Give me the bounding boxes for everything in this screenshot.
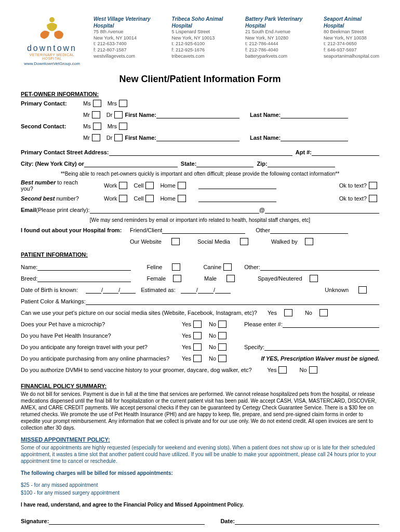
location-city: New York, NY 10014	[94, 35, 158, 42]
work-label: Work	[104, 182, 117, 189]
spayed-checkbox[interactable]	[310, 275, 318, 282]
ins-no-checkbox[interactable]	[218, 332, 226, 339]
location-addr: 5 Lispenard Street	[171, 29, 232, 35]
unknown-checkbox[interactable]	[358, 286, 367, 294]
dr-checkbox[interactable]	[114, 111, 123, 118]
est-yy[interactable]	[215, 286, 231, 294]
dob-dd[interactable]	[103, 286, 118, 294]
apt-input[interactable]	[312, 149, 379, 156]
social-no-checkbox[interactable]	[319, 309, 328, 316]
home-label-2: Home	[160, 195, 175, 202]
social-checkbox[interactable]	[240, 238, 248, 245]
pet-name-input[interactable]	[37, 263, 131, 271]
ins-yes-checkbox[interactable]	[193, 332, 202, 339]
website-checkbox[interactable]	[171, 238, 180, 245]
feline-checkbox[interactable]	[172, 263, 180, 271]
chip-number-input[interactable]	[283, 321, 379, 328]
oktext-checkbox[interactable]	[369, 182, 377, 189]
dob-yy[interactable]	[120, 286, 136, 294]
state-input[interactable]	[196, 160, 254, 167]
svg-point-0	[49, 17, 55, 22]
no-label: No	[209, 321, 216, 327]
canine-label: Canine	[203, 264, 221, 270]
cell-label-2: Cell	[134, 195, 143, 202]
oktext-checkbox-2[interactable]	[369, 195, 377, 202]
location-addr: 21 South End Avenue	[245, 29, 311, 35]
location-fax: f: 212-786-4040	[245, 47, 311, 54]
dob-mm[interactable]	[86, 286, 101, 294]
mrs-label: Mrs	[108, 100, 117, 107]
email-local-input[interactable]	[90, 206, 259, 214]
ins-q-label: Do you have Pet Health Insurance?	[21, 332, 182, 339]
female-checkbox[interactable]	[173, 275, 181, 282]
cell-checkbox[interactable]	[145, 182, 154, 189]
travel-yes-checkbox[interactable]	[193, 343, 202, 351]
ms-checkbox-2[interactable]	[93, 123, 101, 130]
location-site: tribecavets.com	[171, 54, 232, 60]
signature-label: Signature:	[21, 518, 49, 524]
location-name: Seaport Animal Hospital	[324, 16, 379, 29]
dr-checkbox-2[interactable]	[114, 134, 123, 141]
no-label: No	[299, 367, 306, 373]
mrs-checkbox-2[interactable]	[119, 123, 127, 130]
work-checkbox-2[interactable]	[119, 195, 127, 202]
male-checkbox[interactable]	[226, 275, 235, 282]
location-tel: t: 212-374-0650	[324, 41, 379, 47]
locations: West Village Veterinary Hospital 75 8th …	[94, 16, 379, 66]
chip-yes-checkbox[interactable]	[193, 321, 202, 328]
est-dd[interactable]	[198, 286, 214, 294]
city-input[interactable]	[84, 160, 178, 167]
last-name-input[interactable]	[281, 111, 348, 118]
online-yes-checkbox[interactable]	[193, 355, 202, 362]
mrs-checkbox[interactable]	[119, 100, 127, 107]
travel-no-checkbox[interactable]	[218, 343, 226, 351]
social-yes-checkbox[interactable]	[284, 309, 292, 316]
mrs-label-2: Mrs	[108, 123, 117, 129]
email-domain-input[interactable]	[265, 206, 379, 214]
species-other-input[interactable]	[260, 263, 379, 271]
specify-label: Specify:	[244, 344, 264, 350]
dob-row: Date of Birth is known: / / Estimated as…	[21, 285, 379, 295]
vacc-yes-checkbox[interactable]	[278, 366, 287, 374]
specify-input[interactable]	[264, 343, 379, 351]
mr-checkbox[interactable]	[92, 111, 100, 118]
found-row2: Our Website Social Media Walked by	[21, 237, 379, 246]
est-mm[interactable]	[181, 286, 196, 294]
street-input[interactable]	[109, 149, 292, 156]
home-checkbox[interactable]	[178, 182, 186, 189]
first-name-input-2[interactable]	[156, 134, 239, 141]
vacc-no-checkbox[interactable]	[309, 366, 317, 374]
travel-q-label: Do you anticipate any foreign travel wit…	[21, 344, 182, 350]
breed-input[interactable]	[37, 275, 131, 282]
location-addr: 80 Beekman Street	[324, 29, 379, 35]
home-checkbox-2[interactable]	[178, 195, 186, 202]
location-site: batteryparkvets.com	[245, 54, 311, 60]
form-title: New Client/Patient Information Form	[21, 74, 379, 85]
second-number-input[interactable]	[198, 195, 276, 202]
ms-checkbox[interactable]	[93, 100, 101, 107]
color-input[interactable]	[86, 298, 379, 305]
cell-checkbox-2[interactable]	[145, 195, 154, 202]
header: downtown VETERINARY MEDICAL HOSPITAL www…	[21, 16, 379, 66]
last-name-input-2[interactable]	[281, 134, 348, 141]
walked-checkbox[interactable]	[305, 238, 313, 245]
date-input[interactable]	[235, 517, 379, 525]
secondbest-label: Second best	[21, 195, 55, 202]
email-row: Email (Please print clearly): @	[21, 205, 379, 215]
no-label: No	[305, 310, 312, 316]
signature-input[interactable]	[49, 517, 205, 525]
location-city: New York, NY 10038	[324, 35, 379, 42]
zip-input[interactable]	[268, 160, 335, 167]
mr-checkbox-2[interactable]	[92, 134, 100, 141]
other-input[interactable]	[270, 227, 348, 234]
breed-row: Breed: Female Male Spayed/Neutered	[21, 274, 379, 283]
best-number-input[interactable]	[198, 182, 276, 189]
location-addr: 75 8th Avenue	[94, 29, 158, 35]
first-name-input[interactable]	[156, 111, 239, 118]
chip-no-checkbox[interactable]	[218, 321, 226, 328]
friend-input[interactable]	[162, 227, 245, 234]
online-no-checkbox[interactable]	[218, 355, 226, 362]
canine-checkbox[interactable]	[223, 263, 232, 271]
work-checkbox[interactable]	[119, 182, 127, 189]
missed-head: MISSED APPOINTMENT POLICY:	[21, 436, 379, 443]
